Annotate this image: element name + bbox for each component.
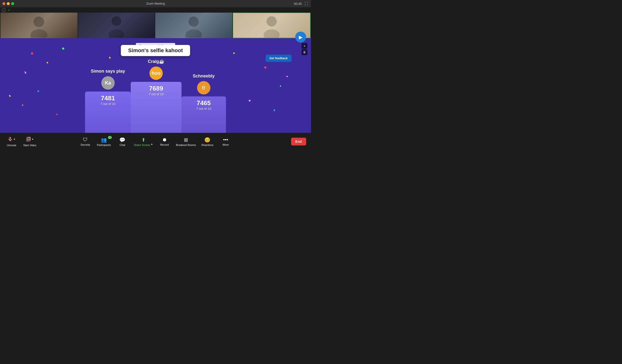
next-arrow-icon: ▶ — [299, 34, 303, 40]
svg-point-3 — [109, 29, 124, 38]
share-screen-button[interactable]: ⬆ Share Screen ▲ — [134, 137, 153, 146]
confetti-2 — [46, 62, 48, 64]
titlebar: Zoom Meeting 00:45 ⛶ — [0, 0, 311, 7]
confetti-10 — [280, 85, 281, 87]
video-bg-2 — [78, 13, 155, 38]
breakout-rooms-button[interactable]: ⊞ Breakout Rooms — [176, 137, 196, 146]
record-button[interactable]: ⏺ Record — [158, 137, 171, 146]
video-bg-1 — [0, 13, 78, 38]
start-video-button[interactable]: ▲ Start Video — [23, 136, 37, 147]
player-first-correct: 7 out of 10 — [149, 92, 163, 96]
breakout-rooms-icon: ⊞ — [184, 137, 188, 143]
titlebar-right: 00:45 ⛶ — [294, 2, 308, 6]
player-second: Simon says play Ka 7481 7 out of 10 — [85, 69, 131, 133]
fullscreen-icon[interactable]: ⛶ — [305, 2, 308, 6]
get-feedback-button[interactable]: Get feedback — [266, 55, 292, 62]
confetti-1 — [31, 52, 33, 55]
close-dot[interactable] — [2, 2, 5, 5]
share-screen-label: Share Screen — [134, 144, 150, 146]
share-screen-icon: ⬆ — [141, 137, 146, 143]
player-first-avatar-text: hoo — [152, 71, 161, 76]
svg-point-4 — [189, 17, 199, 27]
video-bg-3 — [155, 13, 232, 38]
svg-point-7 — [264, 29, 280, 38]
chat-label: Chat — [119, 144, 125, 146]
confetti-3 — [62, 47, 65, 50]
confetti-17 — [286, 76, 288, 77]
end-button[interactable]: End — [291, 138, 306, 146]
confetti-5 — [37, 90, 39, 92]
chat-icon: 💬 — [119, 137, 125, 143]
confetti-11 — [249, 100, 251, 102]
player-second-correct: 7 out of 10 — [100, 102, 115, 106]
reactions-icon: 😊 — [204, 137, 210, 143]
next-button[interactable]: ▶ — [295, 32, 306, 42]
toolbar-left: ▲ Unmute ▲ Start Video — [5, 136, 37, 147]
minimize-dot[interactable] — [7, 2, 10, 5]
toolbar-center: 🛡 Security 👥 7 Participants 💬 Chat ⬆ Sha… — [79, 137, 233, 146]
unmute-chevron-icon: ▲ — [13, 138, 16, 140]
unmute-button[interactable]: ▲ Unmute — [5, 136, 18, 147]
svg-point-1 — [30, 29, 47, 38]
share-screen-chevron-icon: ▲ — [151, 143, 153, 145]
security-label: Security — [80, 143, 90, 146]
video-tile-3 — [155, 13, 232, 38]
security-icon: 🛡 — [83, 137, 88, 143]
window-title: Zoom Meeting — [146, 2, 165, 5]
microphone-muted-icon — [8, 136, 13, 142]
reactions-label: Reactions — [201, 144, 213, 146]
more-icon: ••• — [223, 137, 228, 143]
info-bar: i ✓ — [0, 7, 311, 13]
video-off-icon — [26, 136, 31, 143]
record-label: Record — [160, 143, 169, 146]
start-video-chevron-icon: ▲ — [32, 138, 34, 140]
zoom-controls: + ⏸ — [302, 43, 307, 55]
chat-button[interactable]: 💬 Chat — [116, 137, 129, 146]
player-first-score: 7689 — [149, 85, 163, 92]
person-silhouette-1 — [29, 13, 49, 38]
person-silhouette-2 — [107, 13, 126, 38]
player-first: Craig☕ hoo 7689 7 out of 10 — [131, 59, 181, 133]
person-silhouette-3 — [184, 13, 203, 38]
player-second-scores: 7481 7 out of 10 — [85, 91, 131, 108]
video-tile-1 — [0, 13, 78, 38]
info-icon[interactable]: i — [2, 8, 6, 12]
player-third-avatar: t! — [197, 81, 210, 94]
player-second-name: Simon says play — [91, 69, 125, 74]
confetti-8 — [233, 52, 235, 54]
kahoot-area: Press esc to exit full screen Simon's se… — [0, 38, 311, 133]
person-silhouette-4 — [262, 13, 281, 38]
video-tile-2 — [78, 13, 155, 38]
unmute-label: Unmute — [7, 144, 16, 147]
kahoot-title-text: Simon's selfie kahoot — [128, 47, 183, 54]
participants-badge: 7 — [108, 136, 112, 139]
record-icon: ⏺ — [162, 137, 167, 143]
player-second-bar: 7481 7 out of 10 — [85, 91, 131, 133]
zoom-in-button[interactable]: + — [302, 43, 307, 49]
toolbar: ▲ Unmute ▲ Start Video 🛡 Security — [0, 133, 311, 150]
mute-icon — [8, 136, 13, 143]
confetti-6 — [21, 104, 23, 106]
player-third-correct: 7 out of 10 — [196, 107, 211, 110]
confetti-7 — [56, 114, 58, 115]
participants-button[interactable]: 👥 7 Participants — [97, 137, 111, 146]
video-grid — [0, 13, 311, 38]
zoom-pause-button[interactable]: ⏸ — [302, 49, 307, 55]
svg-point-5 — [185, 29, 202, 38]
svg-point-6 — [267, 16, 277, 26]
more-label: More — [223, 143, 229, 146]
maximize-dot[interactable] — [11, 2, 14, 5]
start-video-label: Start Video — [23, 144, 36, 147]
player-second-avatar-text: Ka — [105, 80, 111, 86]
more-button[interactable]: ••• More — [219, 137, 232, 146]
svg-point-0 — [34, 17, 44, 27]
reactions-button[interactable]: 😊 Reactions — [201, 137, 214, 146]
leaderboard: Simon says play Ka 7481 7 out of 10 Crai… — [85, 55, 226, 133]
security-button[interactable]: 🛡 Security — [79, 137, 92, 146]
player-second-score: 7481 — [101, 94, 115, 102]
shield-verified-icon: ✓ — [8, 8, 12, 12]
confetti-9 — [264, 66, 267, 69]
player-third-score: 7465 — [196, 99, 211, 107]
participants-label: Participants — [97, 144, 111, 146]
breakout-label: Breakout Rooms — [176, 144, 196, 146]
